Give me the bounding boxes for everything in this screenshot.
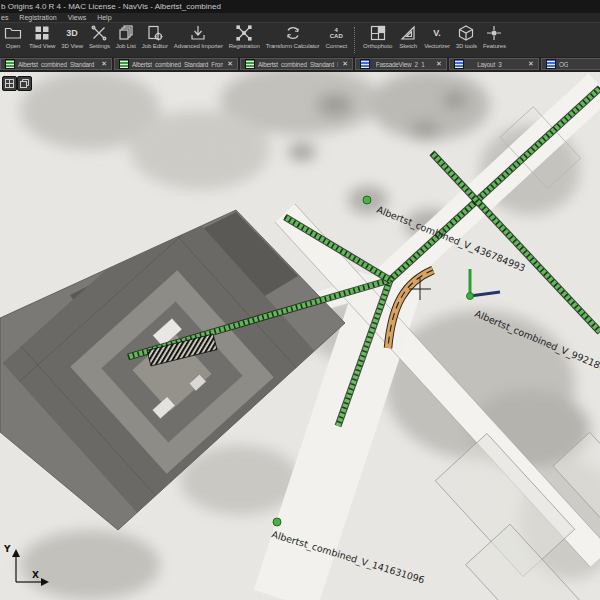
close-tab-icon[interactable]: ✕ (101, 60, 107, 68)
scan-position-marker[interactable] (363, 196, 371, 204)
layout-view-icon (546, 59, 556, 69)
transform-calculator-icon (283, 24, 303, 42)
menu-item-help[interactable]: Help (97, 14, 111, 21)
menu-item-files-partial[interactable]: es (1, 14, 8, 21)
layout-view-icon (360, 59, 370, 69)
axis-y-label: Y (3, 544, 11, 554)
toolbar-separator (354, 27, 356, 53)
tab-standard-top[interactable]: Albertst_combined_Standard_Top ✕ (0, 58, 112, 70)
orthophoto-button[interactable]: Orthophoto (360, 23, 395, 49)
vectorizer-icon: V. (427, 24, 447, 42)
tab-standard-front[interactable]: Albertst_combined_Standard_Front ✕ (114, 58, 238, 70)
job-editor-button[interactable]: Job Editor (139, 23, 171, 49)
open-button[interactable]: Open (0, 23, 26, 49)
job-editor-icon (145, 24, 165, 42)
advanced-importer-icon (188, 24, 208, 42)
tiled-view-icon (32, 24, 52, 42)
open-folder-icon (3, 24, 23, 42)
view-tab-bar: Albertst_combined_Standard_Top ✕ Alberts… (0, 57, 600, 72)
orthophoto-icon (368, 24, 388, 42)
3d-view-button[interactable]: 3D 3D View (58, 23, 86, 49)
menu-bar: es Registration Views Help (0, 13, 600, 22)
canvas-tool-button-2[interactable] (17, 76, 32, 91)
panel-grid-icon (5, 79, 14, 88)
close-tab-icon[interactable]: ✕ (342, 60, 348, 68)
features-button[interactable]: Features (480, 23, 509, 49)
features-icon (484, 24, 504, 42)
window-title-bar: b Origins 4.0 R 4 - MAC License - NavVis… (0, 0, 600, 13)
axis-x-label: X (32, 570, 39, 580)
connect-4cad-icon: 4CAD (326, 24, 346, 42)
close-tab-icon[interactable]: ✕ (436, 60, 442, 68)
settings-button[interactable]: Settings (86, 23, 113, 49)
advanced-importer-button[interactable]: Advanced Importer (171, 23, 226, 49)
standard-view-icon (119, 59, 129, 69)
job-list-icon (116, 24, 136, 42)
tab-fassadeview[interactable]: FassadeView_2_1 ✕ (355, 58, 447, 70)
tab-layout-3[interactable]: Layout_3 ✕ (449, 58, 539, 70)
layout-view-icon (454, 59, 464, 69)
3d-tools-cube-icon (456, 24, 476, 42)
sketch-icon (398, 24, 418, 42)
tiled-view-button[interactable]: Tiled View (26, 23, 58, 49)
vectorizer-button[interactable]: V. Vectorizer (421, 23, 453, 49)
tab-og-clipped[interactable]: OG (541, 58, 600, 70)
close-tab-icon[interactable]: ✕ (528, 60, 534, 68)
panel-layers-icon (20, 79, 29, 88)
registration-button[interactable]: Registration (226, 23, 263, 49)
canvas-tool-button-1[interactable] (2, 76, 17, 91)
standard-view-icon (5, 59, 15, 69)
3d-tools-button[interactable]: 3D tools (453, 23, 480, 49)
sketch-button[interactable]: Sketch (395, 23, 421, 49)
orthophoto-view[interactable]: Albertst_combined_V_436784993 Albertst_c… (0, 72, 600, 600)
3d-view-icon: 3D (62, 24, 82, 42)
window-title: b Origins 4.0 R 4 - MAC License - NavVis… (0, 2, 221, 11)
job-list-button[interactable]: Job List (113, 23, 139, 49)
tab-standard-left[interactable]: Albertst_combined_Standard_Left ✕ (240, 58, 353, 70)
scan-position-marker[interactable] (273, 518, 281, 526)
menu-item-registration[interactable]: Registration (19, 14, 56, 21)
map-canvas[interactable]: Albertst_combined_V_436784993 Albertst_c… (0, 72, 600, 600)
settings-icon (89, 24, 109, 42)
menu-item-views[interactable]: Views (68, 14, 87, 21)
close-tab-icon[interactable]: ✕ (227, 60, 233, 68)
standard-view-icon (245, 59, 255, 69)
transform-calculator-button[interactable]: Transform Calculator (263, 23, 323, 49)
registration-icon (234, 24, 254, 42)
connect-button[interactable]: 4CAD Connect (322, 23, 350, 49)
main-toolbar: Open Tiled View 3D 3D View Settings Job … (0, 22, 600, 57)
